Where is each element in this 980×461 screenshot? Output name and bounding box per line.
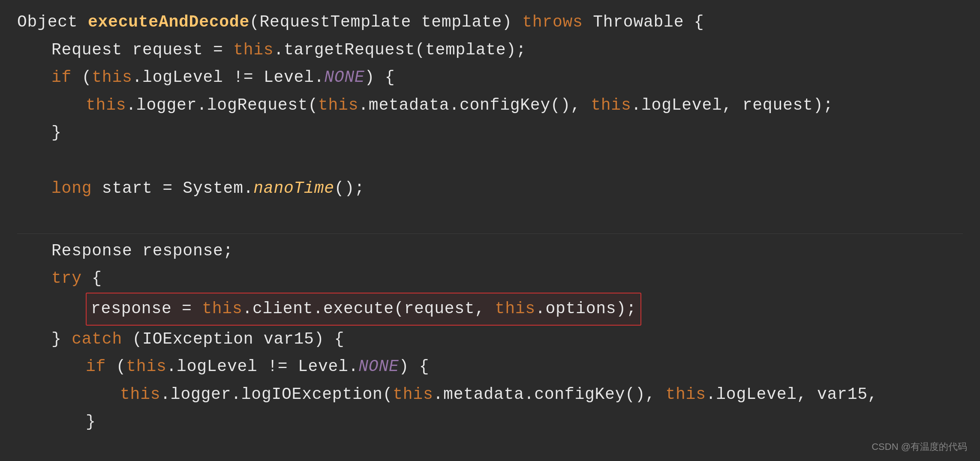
code-token: response = — [91, 299, 202, 318]
code-token: long — [51, 175, 92, 203]
code-token: .logger.logRequest( — [126, 92, 318, 120]
code-token: ) { — [399, 353, 430, 381]
code-token: this — [202, 299, 242, 318]
code-line: this.logger.logRequest(this.metadata.con… — [17, 92, 963, 120]
code-token: if — [86, 353, 106, 381]
separator — [17, 233, 963, 234]
code-token: this — [92, 64, 132, 92]
code-token: Request request = — [51, 36, 233, 64]
code-token: NONE — [324, 64, 364, 92]
watermark: CSDN @有温度的代码 — [872, 440, 967, 453]
code-token: this — [665, 381, 706, 409]
code-token: .options); — [535, 299, 637, 318]
code-token: this — [120, 381, 160, 409]
code-line: } — [17, 119, 963, 147]
code-container: Object executeAndDecode(RequestTemplate … — [0, 0, 980, 461]
code-token: { — [82, 265, 102, 293]
code-line: if (this.logLevel != Level.NONE) { — [17, 64, 963, 92]
code-token: .logLevel, request); — [631, 92, 833, 120]
code-token: } — [51, 119, 62, 147]
code-token: .logLevel != Level. — [167, 353, 359, 381]
code-line: long start = System.nanoTime(); — [17, 175, 963, 203]
code-token: ( — [72, 64, 92, 92]
highlighted-line: response = this.client.execute(request, … — [86, 293, 641, 326]
code-line: this.logger.logIOException(this.metadata… — [17, 381, 963, 409]
code-token: (IOException var15) { — [122, 326, 344, 353]
code-token: this — [233, 36, 274, 64]
code-token: Throwable { — [583, 9, 704, 36]
code-token: .logLevel, var15, — [706, 381, 878, 409]
code-token: this — [393, 381, 433, 409]
code-token: .logLevel != Level. — [132, 64, 325, 92]
code-token: throws — [522, 9, 583, 36]
code-token: .metadata.configKey(), — [358, 92, 591, 120]
code-token: this — [318, 92, 358, 120]
code-token: this — [591, 92, 631, 120]
code-token: ( — [106, 353, 126, 381]
code-token: .client.execute(request, — [242, 299, 495, 318]
code-line: try { — [17, 265, 963, 293]
code-token: nanoTime — [253, 175, 334, 203]
code-token: .metadata.configKey(), — [433, 381, 666, 409]
code-token: .logger.logIOException( — [160, 381, 393, 409]
code-line: if (this.logLevel != Level.NONE) { — [17, 353, 963, 381]
code-token: ) { — [365, 64, 395, 92]
code-line: Object executeAndDecode(RequestTemplate … — [17, 9, 963, 36]
code-token: this — [126, 353, 166, 381]
code-line: } — [17, 408, 963, 436]
code-line: } catch (IOException var15) { — [17, 326, 963, 353]
code-line — [17, 202, 963, 230]
code-token: .targetRequest(template); — [274, 36, 526, 64]
code-token: catch — [72, 326, 122, 353]
code-token: executeAndDecode — [88, 9, 250, 36]
code-token: this — [86, 92, 126, 120]
code-token: try — [51, 265, 82, 293]
code-token: Response response; — [51, 237, 233, 265]
code-token: if — [51, 64, 72, 92]
code-token: start = System. — [92, 175, 253, 203]
code-line: Request request = this.targetRequest(tem… — [17, 36, 963, 64]
code-token: (); — [334, 175, 365, 203]
code-token: } — [86, 408, 96, 436]
code-line: response = this.client.execute(request, … — [17, 293, 963, 326]
code-token: } — [51, 326, 72, 353]
code-token: Object — [17, 9, 88, 36]
code-line — [17, 147, 963, 175]
code-token: this — [495, 299, 535, 318]
code-line: Response response; — [17, 237, 963, 265]
code-token: NONE — [358, 353, 399, 381]
code-token: (RequestTemplate template) — [250, 9, 522, 36]
code-block: Object executeAndDecode(RequestTemplate … — [17, 9, 963, 436]
